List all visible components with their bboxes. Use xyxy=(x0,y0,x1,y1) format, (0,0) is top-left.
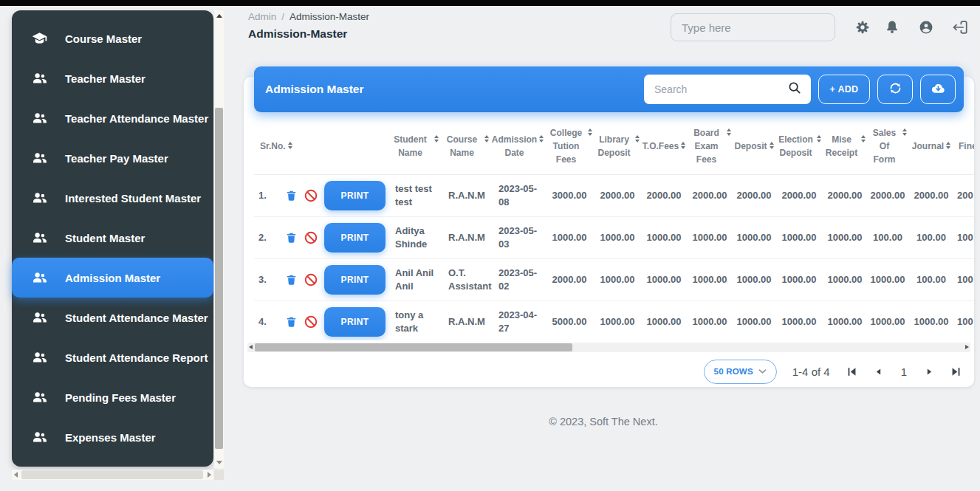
scroll-right-arrow-icon[interactable] xyxy=(208,472,211,478)
next-page-button[interactable] xyxy=(925,367,934,377)
scroll-left-arrow-icon[interactable] xyxy=(14,472,18,478)
column-header-mise-receipt[interactable]: Mise Receipt xyxy=(823,118,867,175)
add-button[interactable]: + ADD xyxy=(818,75,870,104)
sidebar-horizontal-scroll-thumb[interactable] xyxy=(21,470,203,479)
sort-icon[interactable] xyxy=(484,135,489,143)
scroll-down-arrow-icon[interactable] xyxy=(216,461,222,464)
cell-admission-date: 2023-04-27 xyxy=(490,301,545,341)
ban-icon[interactable] xyxy=(304,188,318,203)
column-header-admission-date[interactable]: Admission Date xyxy=(490,118,545,175)
sidebar-vertical-scroll-thumb[interactable] xyxy=(215,108,223,449)
current-page[interactable]: 1 xyxy=(899,365,909,378)
sort-icon[interactable] xyxy=(434,135,439,143)
last-page-button[interactable] xyxy=(950,365,962,378)
column-header-college-tution-fees[interactable]: College Tution Fees xyxy=(545,118,594,175)
sidebar-item-student-master[interactable]: Student Master xyxy=(12,218,213,258)
sort-icon[interactable] xyxy=(902,128,907,136)
column-header-journal[interactable]: Journal xyxy=(908,118,954,175)
print-button[interactable]: PRINT xyxy=(324,307,386,337)
print-button[interactable]: PRINT xyxy=(324,223,386,253)
delete-icon[interactable] xyxy=(285,273,298,286)
user-group-icon xyxy=(31,349,48,366)
sidebar-item-teacher-attendance-master[interactable]: Teacher Attendance Master xyxy=(12,98,213,138)
scroll-left-arrow-icon[interactable] xyxy=(249,345,253,349)
column-header-course-name[interactable]: Course Name xyxy=(440,118,490,175)
rows-per-page-button[interactable]: 50 ROWS xyxy=(704,360,777,384)
cell-amount: 100.00 xyxy=(908,259,954,301)
notifications-bell-icon[interactable] xyxy=(884,19,900,35)
first-page-button[interactable] xyxy=(846,365,858,378)
sort-icon[interactable] xyxy=(770,142,774,149)
breadcrumb: Admin/Admission-Master xyxy=(248,11,369,22)
settings-gear-icon[interactable] xyxy=(854,19,871,35)
search-icon xyxy=(787,80,802,98)
cell-srno: 4. xyxy=(254,301,284,341)
download-button[interactable] xyxy=(920,75,956,104)
sidebar-item-student-attendance-master[interactable]: Student Attendance Master xyxy=(12,298,213,337)
sort-icon[interactable] xyxy=(861,135,866,143)
sort-icon[interactable] xyxy=(727,128,731,136)
sort-icon[interactable] xyxy=(288,142,292,149)
sort-icon[interactable] xyxy=(817,135,821,143)
pagination: 50 ROWS 1-4 of 4 1 xyxy=(704,357,962,386)
column-header-student-name[interactable]: Student Name xyxy=(387,118,440,175)
scrollbar-corner xyxy=(214,470,224,480)
sidebar-item-admission-master[interactable]: Admission Master xyxy=(12,258,213,298)
ban-icon[interactable] xyxy=(304,272,318,287)
column-header-t-o-fees[interactable]: T.O.Fees xyxy=(641,118,687,175)
page-title: Admission-Master xyxy=(248,27,347,41)
card-header-band: Admission Master + ADD xyxy=(254,66,964,112)
delete-icon[interactable] xyxy=(285,189,298,202)
column-header-sr-no[interactable]: Sr.No. xyxy=(254,118,284,175)
cell-amount: 1000.00 xyxy=(641,259,687,301)
ban-icon[interactable] xyxy=(304,230,318,245)
column-header-sales-of-form[interactable]: Sales Of Form xyxy=(867,118,908,175)
prev-page-button[interactable] xyxy=(874,367,883,377)
column-header-label: College Tution Fees xyxy=(546,126,586,166)
ban-icon[interactable] xyxy=(304,315,318,329)
sidebar-item-expenses-master[interactable]: Expenses Master xyxy=(12,417,213,457)
column-header-library-deposit[interactable]: Library Deposit xyxy=(594,118,641,175)
sort-icon[interactable] xyxy=(588,128,592,136)
sidebar-item-label: Admission Master xyxy=(65,272,160,284)
sidebar-item-interested-student-master[interactable]: Interested Student Master xyxy=(12,178,213,218)
sidebar-item-student-attendance-report[interactable]: Student Attendance Report xyxy=(12,337,213,377)
refresh-button[interactable] xyxy=(877,75,913,104)
admissions-table-wrapper: Sr.No.Student NameCourse NameAdmission D… xyxy=(254,118,974,340)
print-button[interactable]: PRINT xyxy=(324,265,386,295)
sidebar-item-teacher-pay-master[interactable]: Teacher Pay Master xyxy=(12,138,213,178)
column-header-election-deposit[interactable]: Election Deposit xyxy=(775,118,823,175)
sort-icon[interactable] xyxy=(681,142,685,149)
scroll-up-arrow-icon[interactable] xyxy=(216,14,222,18)
column-header-label: Student Name xyxy=(388,133,432,159)
cell-amount: 1000.00 xyxy=(775,217,823,259)
scroll-right-arrow-icon[interactable] xyxy=(965,345,969,349)
table-search-input[interactable] xyxy=(653,83,787,96)
cell-amount: 2000.00 xyxy=(687,175,733,217)
sort-icon[interactable] xyxy=(539,135,544,143)
sidebar-item-label: Expenses Master xyxy=(65,431,156,444)
breadcrumb-root[interactable]: Admin xyxy=(248,11,276,22)
sidebar-item-label: Pending Fees Master xyxy=(65,391,176,404)
delete-icon[interactable] xyxy=(285,231,298,244)
logout-icon[interactable] xyxy=(952,19,968,35)
column-header-board-exam-fees[interactable]: Board Exam Fees xyxy=(687,118,733,175)
chevron-down-icon xyxy=(758,367,767,376)
sidebar-item-teacher-master[interactable]: Teacher Master xyxy=(12,58,213,98)
sidebar-item-pending-fees-master[interactable]: Pending Fees Master xyxy=(12,377,213,417)
sidebar-item-course-master[interactable]: Course Master xyxy=(12,18,213,58)
cell-amount: 100 xyxy=(954,217,974,259)
cell-amount: 1000.00 xyxy=(545,217,594,259)
print-button[interactable]: PRINT xyxy=(324,181,386,210)
column-header-deposit[interactable]: Deposit xyxy=(733,118,775,175)
sidebar-horizontal-scrollbar[interactable] xyxy=(12,470,213,480)
sidebar-vertical-scrollbar[interactable] xyxy=(214,10,224,468)
sort-icon[interactable] xyxy=(946,142,950,149)
account-user-icon[interactable] xyxy=(918,19,934,35)
table-horizontal-scrollbar[interactable] xyxy=(247,343,970,352)
table-scroll-thumb[interactable] xyxy=(255,343,572,351)
sort-icon[interactable] xyxy=(635,135,640,143)
table-row: 3.PRINTAnil Anil AnilO.T. Assistant2023-… xyxy=(254,259,974,301)
delete-icon[interactable] xyxy=(285,315,298,329)
global-search-input[interactable] xyxy=(671,13,835,41)
